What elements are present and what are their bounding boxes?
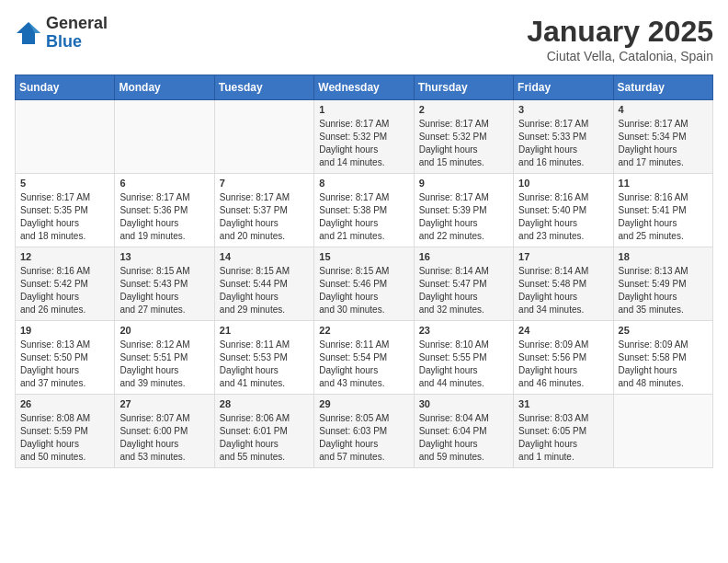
- week-row-4: 19Sunrise: 8:13 AMSunset: 5:50 PMDayligh…: [16, 321, 713, 395]
- day-number: 26: [20, 398, 109, 409]
- day-number: 16: [419, 251, 508, 262]
- header-monday: Monday: [115, 75, 214, 100]
- day-number: 15: [319, 251, 408, 262]
- day-info: Sunrise: 8:04 AMSunset: 6:04 PMDaylight …: [419, 412, 508, 464]
- calendar-table: Sunday Monday Tuesday Wednesday Thursday…: [15, 75, 713, 468]
- day-number: 11: [619, 178, 708, 189]
- day-info: Sunrise: 8:07 AMSunset: 6:00 PMDaylight …: [119, 412, 209, 464]
- day-info: Sunrise: 8:09 AMSunset: 5:58 PMDaylight …: [619, 339, 708, 390]
- day-cell: 29Sunrise: 8:05 AMSunset: 6:03 PMDayligh…: [314, 395, 414, 468]
- day-cell: 26Sunrise: 8:08 AMSunset: 5:59 PMDayligh…: [16, 395, 115, 468]
- day-info: Sunrise: 8:14 AMSunset: 5:47 PMDaylight …: [419, 265, 508, 316]
- day-info: Sunrise: 8:13 AMSunset: 5:49 PMDaylight …: [619, 265, 708, 316]
- day-number: 3: [518, 104, 608, 115]
- header-saturday: Saturday: [613, 75, 712, 100]
- day-info: Sunrise: 8:17 AMSunset: 5:35 PMDaylight …: [20, 191, 109, 243]
- header-thursday: Thursday: [414, 75, 513, 100]
- day-info: Sunrise: 8:16 AMSunset: 5:40 PMDaylight …: [518, 191, 608, 243]
- header-friday: Friday: [514, 75, 613, 100]
- day-cell: 28Sunrise: 8:06 AMSunset: 6:01 PMDayligh…: [214, 395, 313, 468]
- day-cell: 20Sunrise: 8:12 AMSunset: 5:51 PMDayligh…: [115, 321, 214, 395]
- day-info: Sunrise: 8:17 AMSunset: 5:33 PMDaylight …: [518, 118, 608, 169]
- day-number: 28: [220, 398, 309, 409]
- day-number: 24: [518, 325, 608, 336]
- day-number: 25: [619, 325, 708, 336]
- day-number: 19: [20, 325, 109, 336]
- day-cell: 10Sunrise: 8:16 AMSunset: 5:40 PMDayligh…: [514, 174, 613, 247]
- day-cell: 14Sunrise: 8:15 AMSunset: 5:44 PMDayligh…: [214, 247, 313, 321]
- day-info: Sunrise: 8:11 AMSunset: 5:54 PMDaylight …: [319, 339, 408, 390]
- header-row: Sunday Monday Tuesday Wednesday Thursday…: [16, 75, 713, 100]
- day-info: Sunrise: 8:10 AMSunset: 5:55 PMDaylight …: [419, 339, 508, 390]
- day-number: 14: [220, 251, 309, 262]
- day-cell: 8Sunrise: 8:17 AMSunset: 5:38 PMDaylight…: [314, 174, 414, 247]
- week-row-2: 5Sunrise: 8:17 AMSunset: 5:35 PMDaylight…: [16, 174, 713, 247]
- header-sunday: Sunday: [16, 75, 115, 100]
- day-info: Sunrise: 8:08 AMSunset: 5:59 PMDaylight …: [20, 412, 109, 464]
- calendar-subtitle: Ciutat Vella, Catalonia, Spain: [527, 49, 713, 63]
- day-info: Sunrise: 8:05 AMSunset: 6:03 PMDaylight …: [319, 412, 408, 464]
- day-number: 20: [119, 325, 209, 336]
- day-number: 5: [20, 178, 109, 189]
- day-info: Sunrise: 8:17 AMSunset: 5:36 PMDaylight …: [119, 191, 209, 243]
- day-cell: 22Sunrise: 8:11 AMSunset: 5:54 PMDayligh…: [314, 321, 414, 395]
- day-cell: 12Sunrise: 8:16 AMSunset: 5:42 PMDayligh…: [16, 247, 115, 321]
- day-number: 2: [419, 104, 508, 115]
- day-cell: 4Sunrise: 8:17 AMSunset: 5:34 PMDaylight…: [613, 100, 712, 174]
- day-info: Sunrise: 8:11 AMSunset: 5:53 PMDaylight …: [220, 339, 309, 390]
- day-info: Sunrise: 8:17 AMSunset: 5:38 PMDaylight …: [319, 191, 408, 243]
- day-number: 10: [518, 178, 608, 189]
- day-info: Sunrise: 8:09 AMSunset: 5:56 PMDaylight …: [518, 339, 608, 390]
- day-cell: 23Sunrise: 8:10 AMSunset: 5:55 PMDayligh…: [414, 321, 513, 395]
- day-cell: 24Sunrise: 8:09 AMSunset: 5:56 PMDayligh…: [514, 321, 613, 395]
- logo: General Blue: [15, 15, 108, 52]
- week-row-5: 26Sunrise: 8:08 AMSunset: 5:59 PMDayligh…: [16, 395, 713, 468]
- day-cell: [115, 100, 214, 174]
- logo-text: General Blue: [46, 15, 108, 52]
- day-number: 18: [619, 251, 708, 262]
- page-header: General Blue January 2025 Ciutat Vella, …: [15, 15, 713, 63]
- day-info: Sunrise: 8:15 AMSunset: 5:46 PMDaylight …: [319, 265, 408, 316]
- day-number: 8: [319, 178, 408, 189]
- day-number: 1: [319, 104, 408, 115]
- day-cell: 6Sunrise: 8:17 AMSunset: 5:36 PMDaylight…: [115, 174, 214, 247]
- day-cell: 31Sunrise: 8:03 AMSunset: 6:05 PMDayligh…: [514, 395, 613, 468]
- day-cell: 11Sunrise: 8:16 AMSunset: 5:41 PMDayligh…: [613, 174, 712, 247]
- day-cell: [613, 395, 712, 468]
- day-info: Sunrise: 8:16 AMSunset: 5:42 PMDaylight …: [20, 265, 109, 316]
- calendar-header: Sunday Monday Tuesday Wednesday Thursday…: [16, 75, 713, 100]
- day-cell: 25Sunrise: 8:09 AMSunset: 5:58 PMDayligh…: [613, 321, 712, 395]
- calendar-title: January 2025: [527, 15, 713, 49]
- day-cell: 18Sunrise: 8:13 AMSunset: 5:49 PMDayligh…: [613, 247, 712, 321]
- day-number: 30: [419, 398, 508, 409]
- day-number: 31: [518, 398, 608, 409]
- day-number: 9: [419, 178, 508, 189]
- day-number: 17: [518, 251, 608, 262]
- day-number: 22: [319, 325, 408, 336]
- title-block: January 2025 Ciutat Vella, Catalonia, Sp…: [527, 15, 713, 63]
- day-number: 12: [20, 251, 109, 262]
- day-cell: [214, 100, 313, 174]
- day-info: Sunrise: 8:17 AMSunset: 5:34 PMDaylight …: [619, 118, 708, 169]
- day-cell: 3Sunrise: 8:17 AMSunset: 5:33 PMDaylight…: [514, 100, 613, 174]
- day-number: 13: [119, 251, 209, 262]
- day-number: 23: [419, 325, 508, 336]
- calendar-body: 1Sunrise: 8:17 AMSunset: 5:32 PMDaylight…: [16, 100, 713, 468]
- week-row-1: 1Sunrise: 8:17 AMSunset: 5:32 PMDaylight…: [16, 100, 713, 174]
- day-cell: 16Sunrise: 8:14 AMSunset: 5:47 PMDayligh…: [414, 247, 513, 321]
- day-number: 29: [319, 398, 408, 409]
- day-info: Sunrise: 8:17 AMSunset: 5:39 PMDaylight …: [419, 191, 508, 243]
- day-number: 7: [220, 178, 309, 189]
- day-cell: [16, 100, 115, 174]
- day-info: Sunrise: 8:15 AMSunset: 5:43 PMDaylight …: [119, 265, 209, 316]
- day-info: Sunrise: 8:13 AMSunset: 5:50 PMDaylight …: [20, 339, 109, 390]
- day-cell: 13Sunrise: 8:15 AMSunset: 5:43 PMDayligh…: [115, 247, 214, 321]
- day-info: Sunrise: 8:15 AMSunset: 5:44 PMDaylight …: [220, 265, 309, 316]
- day-cell: 1Sunrise: 8:17 AMSunset: 5:32 PMDaylight…: [314, 100, 414, 174]
- day-cell: 9Sunrise: 8:17 AMSunset: 5:39 PMDaylight…: [414, 174, 513, 247]
- day-info: Sunrise: 8:17 AMSunset: 5:32 PMDaylight …: [419, 118, 508, 169]
- day-info: Sunrise: 8:12 AMSunset: 5:51 PMDaylight …: [119, 339, 209, 390]
- day-info: Sunrise: 8:06 AMSunset: 6:01 PMDaylight …: [220, 412, 309, 464]
- day-cell: 30Sunrise: 8:04 AMSunset: 6:04 PMDayligh…: [414, 395, 513, 468]
- day-info: Sunrise: 8:17 AMSunset: 5:32 PMDaylight …: [319, 118, 408, 169]
